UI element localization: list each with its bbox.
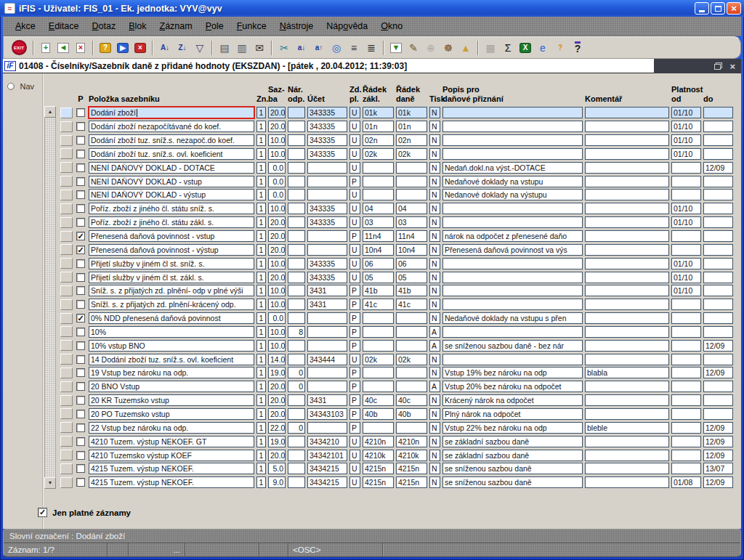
radek-dane-field[interactable]	[396, 381, 427, 392]
tisk-field[interactable]: N	[429, 203, 440, 214]
komentar-field[interactable]	[585, 107, 669, 118]
polozka-field[interactable]: Dodání zboží	[89, 107, 254, 118]
record-indicator[interactable]	[60, 422, 73, 433]
komentar-field[interactable]	[585, 394, 669, 406]
polozka-field[interactable]: NENÍ DAŇOVÝ DOKLAD - DOTACE	[89, 162, 254, 174]
maximize-button[interactable]	[711, 2, 725, 15]
ucet-field[interactable]: 3434210	[307, 436, 347, 447]
ucet-field[interactable]: 3431	[307, 285, 347, 296]
popis-field[interactable]: Přenesená daňová povinnost va výs	[442, 244, 583, 256]
ucet-field[interactable]: 343335	[307, 148, 347, 160]
platnost-od-field[interactable]: 01/10	[671, 272, 701, 283]
zn-field[interactable]: 1	[256, 312, 266, 324]
komentar-field[interactable]	[585, 326, 669, 338]
radek-zakl-field[interactable]	[363, 422, 394, 434]
platnost-od-field[interactable]: 01/10	[671, 107, 701, 118]
nar-odp-field[interactable]: 8	[288, 326, 305, 338]
zd-pl-field[interactable]: P	[349, 230, 360, 242]
nar-odp-field[interactable]	[288, 244, 305, 256]
zd-pl-field[interactable]: P	[349, 299, 360, 310]
platnost-od-field[interactable]	[671, 354, 701, 365]
zn-field[interactable]: 1	[256, 354, 266, 365]
platnost-od-field[interactable]: 01/10	[671, 148, 701, 160]
platnost-do-field[interactable]: 12/09	[703, 162, 733, 174]
radek-dane-field[interactable]: 40b	[396, 408, 427, 420]
radek-zakl-field[interactable]	[363, 326, 394, 338]
ucet-field[interactable]: 34343103	[307, 408, 347, 420]
zn-field[interactable]: 1	[256, 258, 266, 269]
zd-pl-field[interactable]: U	[349, 450, 360, 461]
zn-field[interactable]: 1	[256, 326, 266, 338]
tisk-field[interactable]: N	[429, 176, 440, 187]
zd-pl-field[interactable]: U	[349, 189, 360, 200]
tisk-field[interactable]: N	[429, 121, 440, 132]
record-indicator[interactable]	[60, 231, 73, 242]
radek-zakl-field[interactable]: 41c	[363, 299, 394, 310]
zn-field[interactable]: 1	[256, 463, 266, 474]
polozka-field[interactable]: Dodání zboží tuz. sníž.s. nezapoč.do koe…	[89, 134, 254, 146]
ucet-field[interactable]: 343335	[307, 134, 347, 146]
platnost-do-field[interactable]	[703, 408, 733, 420]
radek-dane-field[interactable]: 10n4	[396, 244, 427, 256]
record-indicator[interactable]	[60, 217, 73, 228]
ucet-field[interactable]: 343335	[307, 121, 347, 132]
tisk-field[interactable]: N	[429, 216, 440, 228]
zd-pl-field[interactable]: U	[349, 121, 360, 132]
radek-dane-field[interactable]: 02k	[396, 148, 427, 160]
tree-view-icon[interactable]: ≣	[363, 40, 380, 56]
platnost-od-field[interactable]	[671, 340, 701, 352]
zd-pl-field[interactable]: P	[349, 312, 360, 324]
sazba-field[interactable]: 10.0	[268, 340, 286, 352]
zd-pl-field[interactable]: U	[349, 134, 360, 146]
zn-field[interactable]: 1	[256, 450, 266, 461]
polozka-field[interactable]: Poříz. zboží z jiného čl. státu zákl. s.	[89, 216, 254, 228]
sazba-field[interactable]: 20.0	[268, 408, 286, 420]
tisk-field[interactable]: N	[429, 148, 440, 160]
nav-radio-icon[interactable]	[7, 83, 15, 90]
platnost-do-field[interactable]	[703, 299, 733, 310]
ucet-field[interactable]	[307, 230, 347, 242]
zn-field[interactable]: 1	[256, 203, 266, 214]
zd-pl-field[interactable]: U	[349, 354, 360, 365]
ucet-field[interactable]: 3431	[307, 394, 347, 406]
platnost-do-field[interactable]: 12/09	[703, 436, 733, 447]
excel-icon[interactable]: X	[517, 40, 534, 56]
p-checkbox[interactable]	[76, 341, 85, 350]
record-indicator[interactable]	[60, 463, 73, 474]
p-checkbox[interactable]: ✓	[76, 245, 85, 254]
sazba-field[interactable]: 20.0	[268, 121, 286, 132]
tisk-field[interactable]: N	[429, 244, 440, 256]
ucet-field[interactable]: 343335	[307, 107, 347, 118]
zd-pl-field[interactable]: P	[349, 367, 360, 378]
popis-field[interactable]	[442, 272, 583, 283]
sort-descending-icon[interactable]: Z↓	[174, 40, 191, 56]
radek-zakl-field[interactable]: 40c	[363, 394, 394, 406]
p-checkbox[interactable]	[76, 437, 85, 446]
platnost-od-field[interactable]	[671, 463, 701, 474]
komentar-field[interactable]	[585, 244, 669, 256]
polozka-field[interactable]: Přijetí služby v jiném čl st. zákl. s.	[89, 272, 254, 283]
ucet-field[interactable]	[307, 422, 347, 434]
record-indicator[interactable]	[60, 190, 73, 200]
record-indicator[interactable]	[60, 162, 73, 173]
sazba-field[interactable]: 20.0	[268, 216, 286, 228]
title-bar[interactable]: ≈ iFIS - Uživatel: FIS_01 - Ek. jednotka…	[0, 0, 744, 17]
platnost-do-field[interactable]	[703, 394, 733, 406]
komentar-field[interactable]	[585, 299, 669, 310]
radek-zakl-field[interactable]: 02k	[363, 148, 394, 160]
zn-field[interactable]: 1	[256, 394, 266, 406]
platnost-od-field[interactable]	[671, 450, 701, 461]
inner-close-icon[interactable]: ×	[729, 62, 735, 71]
komentar-field[interactable]	[585, 476, 669, 488]
platnost-do-field[interactable]	[703, 381, 733, 392]
view-icon[interactable]: ▲	[457, 40, 474, 56]
ucet-field[interactable]: 3431	[307, 299, 347, 310]
tisk-field[interactable]: N	[429, 436, 440, 447]
platnost-do-field[interactable]	[703, 272, 733, 283]
polozka-field[interactable]: Přijetí služby v jiném čl st. sníž. s.	[89, 258, 254, 269]
radek-dane-field[interactable]: 01k	[396, 107, 427, 118]
nar-odp-field[interactable]	[288, 134, 305, 146]
p-checkbox[interactable]	[76, 204, 85, 213]
platnost-od-field[interactable]	[671, 408, 701, 420]
polozka-field[interactable]: NENÍ DAŇOVÝ DOKLAD - vstup	[89, 176, 254, 187]
